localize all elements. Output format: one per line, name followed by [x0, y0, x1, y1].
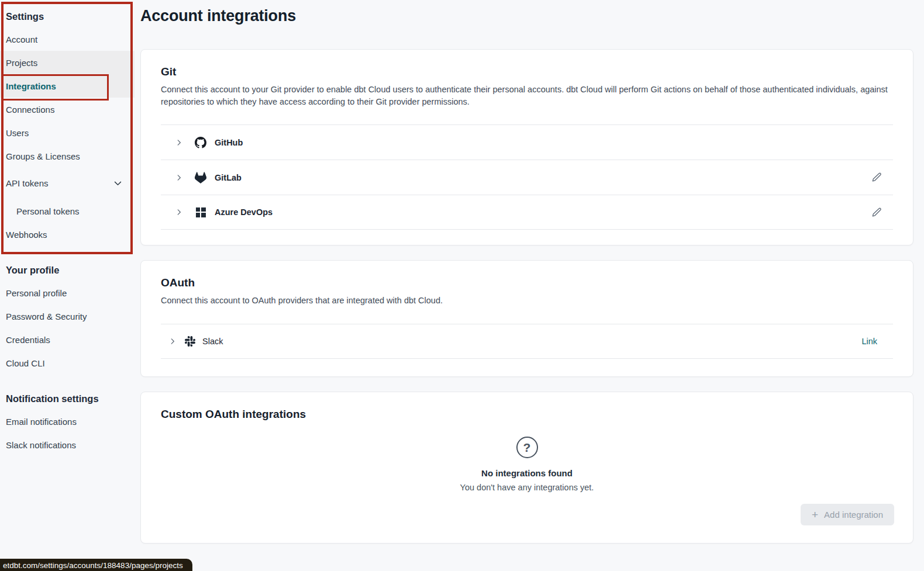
sidebar-item-email-notifications[interactable]: Email notifications [0, 410, 135, 433]
sidebar-item-integrations[interactable]: Integrations [0, 74, 135, 98]
git-section-title: Git [161, 65, 893, 78]
github-icon [195, 137, 206, 148]
settings-sidebar: Settings Account Projects Integrations C… [0, 0, 135, 571]
azure-devops-icon [195, 206, 206, 218]
slack-icon [185, 336, 195, 347]
question-mark-icon: ? [516, 437, 538, 458]
add-integration-label: Add integration [824, 510, 883, 520]
empty-state-title: No integrations found [141, 468, 913, 478]
chevron-right-icon[interactable] [175, 208, 183, 216]
oauth-section-title: OAuth [161, 276, 893, 289]
page-title: Account integrations [140, 7, 296, 25]
sidebar-item-slack-notifications[interactable]: Slack notifications [0, 433, 135, 456]
sidebar-item-connections[interactable]: Connections [0, 98, 135, 121]
sidebar-item-api-tokens[interactable]: API tokens [0, 171, 135, 195]
git-provider-label: Azure DevOps [215, 207, 273, 217]
sidebar-item-webhooks[interactable]: Webhooks [0, 223, 135, 246]
git-section-card: Git Connect this account to your Git pro… [140, 49, 913, 245]
oauth-section-description: Connect this account to OAuth providers … [161, 295, 893, 307]
sidebar-item-users[interactable]: Users [0, 121, 135, 144]
sidebar-item-cloud-cli[interactable]: Cloud CLI [0, 351, 135, 375]
custom-oauth-section-title: Custom OAuth integrations [161, 408, 893, 421]
custom-oauth-section-card: Custom OAuth integrations ? No integrati… [140, 392, 913, 544]
sidebar-item-personal-tokens[interactable]: Personal tokens [0, 199, 135, 223]
git-provider-label: GitLab [215, 173, 242, 182]
gitlab-icon [195, 172, 206, 184]
oauth-provider-label: Slack [202, 337, 223, 346]
git-section-description: Connect this account to your Git provide… [161, 84, 893, 108]
chevron-down-icon[interactable] [113, 178, 123, 188]
sidebar-item-account[interactable]: Account [0, 27, 135, 51]
sidebar-item-password-security[interactable]: Password & Security [0, 304, 135, 328]
sidebar-gap [0, 246, 135, 259]
sidebar-item-personal-profile[interactable]: Personal profile [0, 281, 135, 304]
empty-state-subtitle: You don't have any integrations yet. [141, 483, 913, 492]
git-provider-row-azure-devops[interactable]: Azure DevOps [161, 195, 893, 230]
sidebar-section-your-profile: Your profile [0, 259, 135, 281]
sidebar-item-credentials[interactable]: Credentials [0, 328, 135, 351]
oauth-provider-list: Slack Link [161, 324, 893, 359]
git-provider-list: GitHub GitLab Azure DevOps [161, 124, 893, 230]
oauth-provider-row-slack[interactable]: Slack Link [161, 324, 893, 359]
sidebar-section-notification-settings: Notification settings [0, 387, 135, 410]
sidebar-item-projects[interactable]: Projects [0, 51, 135, 74]
status-bar-url: etdbt.com/settings/accounts/188483/pages… [0, 559, 192, 571]
edit-pencil-icon[interactable] [871, 207, 882, 218]
sidebar-section-settings: Settings [0, 5, 135, 27]
sidebar-item-groups-licenses[interactable]: Groups & Licenses [0, 144, 135, 168]
add-integration-button[interactable]: + Add integration [801, 504, 894, 525]
chevron-right-icon[interactable] [168, 337, 177, 345]
edit-pencil-icon[interactable] [871, 172, 882, 183]
chevron-right-icon[interactable] [175, 174, 183, 182]
sidebar-gap [0, 375, 135, 387]
plus-icon: + [812, 509, 818, 520]
empty-state: ? No integrations found You don't have a… [141, 437, 913, 492]
git-provider-label: GitHub [215, 138, 243, 147]
slack-link-action[interactable]: Link [861, 337, 877, 346]
git-provider-row-github[interactable]: GitHub [161, 124, 893, 160]
git-provider-row-gitlab[interactable]: GitLab [161, 160, 893, 195]
oauth-section-card: OAuth Connect this account to OAuth prov… [140, 260, 913, 377]
chevron-right-icon[interactable] [175, 139, 183, 147]
app-root: Settings Account Projects Integrations C… [0, 0, 924, 571]
